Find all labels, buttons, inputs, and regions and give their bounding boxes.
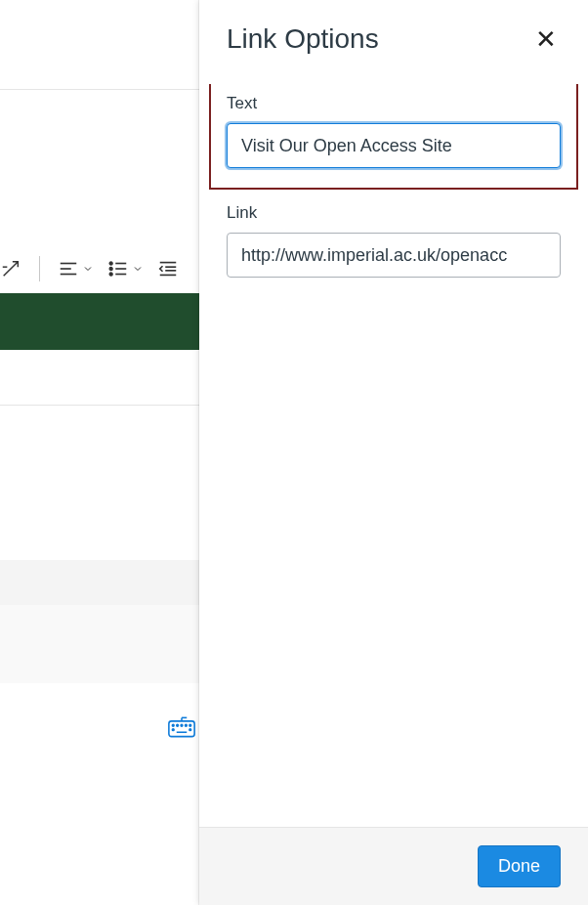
svg-point-20 bbox=[189, 724, 191, 726]
outdent-button[interactable] bbox=[157, 258, 179, 280]
svg-point-22 bbox=[189, 729, 191, 731]
text-field-label: Text bbox=[227, 94, 561, 113]
svg-point-3 bbox=[109, 262, 112, 265]
toolbar-separator bbox=[39, 256, 40, 281]
close-icon[interactable]: ✕ bbox=[531, 24, 561, 54]
text-field-highlight: Text bbox=[209, 84, 578, 190]
link-options-panel: Link Options ✕ Text Link Done bbox=[199, 0, 588, 905]
done-button[interactable]: Done bbox=[478, 845, 561, 887]
format-clear-icon[interactable] bbox=[0, 258, 21, 280]
link-url-input[interactable] bbox=[227, 233, 561, 278]
link-field-group: Link bbox=[227, 203, 561, 278]
svg-point-17 bbox=[177, 724, 179, 726]
list-button[interactable] bbox=[107, 258, 144, 280]
panel-body: Text Link bbox=[199, 84, 588, 827]
svg-point-19 bbox=[186, 724, 188, 726]
panel-footer: Done bbox=[199, 827, 588, 905]
keyboard-shortcuts-icon[interactable] bbox=[168, 716, 195, 742]
align-button[interactable] bbox=[58, 258, 94, 280]
panel-title: Link Options bbox=[227, 23, 379, 55]
svg-point-21 bbox=[172, 729, 174, 731]
link-text-input[interactable] bbox=[227, 123, 561, 168]
svg-point-5 bbox=[109, 268, 112, 271]
svg-point-18 bbox=[181, 724, 183, 726]
svg-point-7 bbox=[109, 273, 112, 276]
panel-header: Link Options ✕ bbox=[199, 0, 588, 84]
svg-point-16 bbox=[172, 724, 174, 726]
link-field-label: Link bbox=[227, 203, 561, 223]
